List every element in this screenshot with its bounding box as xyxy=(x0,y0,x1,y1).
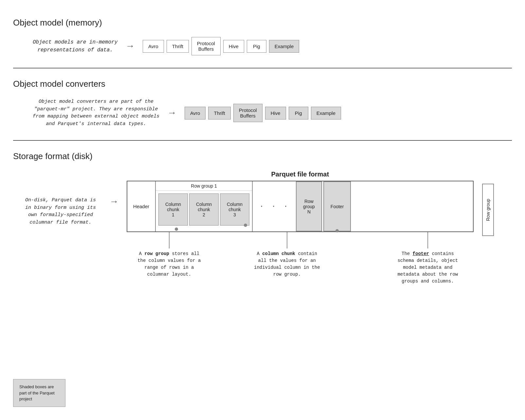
box-thrift-1: Thrift xyxy=(167,40,189,53)
annotation-text-row-group: A row group stores all the column values… xyxy=(135,250,204,278)
column-chunk-3: Columnchunk3 xyxy=(220,193,249,226)
box-hive-2: Hive xyxy=(265,107,286,119)
section-object-model-converters: Object model converters Object model con… xyxy=(13,71,512,137)
row-group-side-label: Row group xyxy=(482,184,494,236)
parquet-diagram: Parquet file format Header Row group 1 C… xyxy=(127,171,474,285)
row-group-1-bottom xyxy=(156,228,252,231)
connector-dot-1 xyxy=(244,224,247,227)
section1-content-row: Object models are in-memoryrepresentatio… xyxy=(13,34,512,59)
connector-line-1 xyxy=(169,232,170,248)
box-hive-1: Hive xyxy=(223,40,244,53)
section-storage-format: Storage format (disk) On-disk, Parquet d… xyxy=(13,143,512,295)
file-format-container: Header Row group 1 Columnchunk1 Columnch… xyxy=(127,181,474,232)
section2-arrow: → xyxy=(169,108,175,118)
box-pig-1: Pig xyxy=(247,40,266,53)
section1-arrow: → xyxy=(127,41,133,51)
section1-description: Object models are in-memoryrepresentatio… xyxy=(33,38,118,54)
row-group-n-box: RowgroupN xyxy=(296,181,322,231)
box-avro-1: Avro xyxy=(143,40,164,53)
annotation-column-chunk: A column chunk contain all the values fo… xyxy=(244,232,330,278)
section1-boxes: Avro Thrift ProtocolBuffers Hive Pig Exa… xyxy=(143,37,299,55)
row-group-1-label: Row group 1 xyxy=(156,181,252,191)
row-group-1-box: Row group 1 Columnchunk1 Columnchunk2 Co… xyxy=(156,181,253,231)
box-example-2: Example xyxy=(311,107,341,119)
box-pig-2: Pig xyxy=(289,107,308,119)
header-box: Header xyxy=(127,181,156,231)
section2-boxes: Avro Thrift ProtocolBuffers Hive Pig Exa… xyxy=(185,104,341,122)
section3-content-row: On-disk, Parquet data is in binary form … xyxy=(13,167,512,288)
box-avro-2: Avro xyxy=(185,107,206,119)
legend-box: Shaded boxes are part of the Parquet pro… xyxy=(13,379,65,407)
column-chunk-2: Columnchunk2 xyxy=(189,193,219,226)
divider-2 xyxy=(13,140,512,141)
connector-line-3 xyxy=(427,232,428,248)
annotation-text-footer: The footer contains schema details, obje… xyxy=(393,250,462,285)
chunks-container: Columnchunk1 Columnchunk2 Columnchunk3 xyxy=(156,191,252,228)
annotation-text-column-chunk: A column chunk contain all the values fo… xyxy=(253,250,321,278)
column-chunk-1: Columnchunk1 xyxy=(158,193,188,226)
section3-description: On-disk, Parquet data is in binary form … xyxy=(20,197,101,226)
legend-text: Shaded boxes are part of the Parquet pro… xyxy=(19,384,55,401)
section2-content-row: Object model converters are part of the … xyxy=(13,95,512,131)
section2-title: Object model converters xyxy=(13,79,512,89)
section3-title: Storage format (disk) xyxy=(13,151,512,161)
annotation-footer: The footer contains schema details, obje… xyxy=(382,232,474,285)
section2-description: Object model converters are part of the … xyxy=(33,98,159,128)
annotation-row-group: A row group stores all the column values… xyxy=(127,232,212,278)
box-example-1: Example xyxy=(269,40,299,53)
connector-dot-2 xyxy=(175,228,178,231)
connector-line-2 xyxy=(287,232,287,248)
box-protocol-buffers-2: ProtocolBuffers xyxy=(233,104,262,122)
box-protocol-buffers-1: ProtocolBuffers xyxy=(191,37,221,55)
right-section: RowgroupN Footer xyxy=(296,181,351,231)
dots-separator: · · · xyxy=(253,181,296,231)
diagram-title: Parquet file format xyxy=(127,171,474,178)
annotations-container: A row group stores all the column values… xyxy=(127,232,474,285)
footer-box: Footer xyxy=(323,181,351,231)
box-thrift-2: Thrift xyxy=(208,107,230,119)
section3-arrow: → xyxy=(111,197,117,207)
connector-dot-3 xyxy=(335,229,339,232)
section-object-model-memory: Object model (memory) Object models are … xyxy=(13,10,512,65)
section1-title: Object model (memory) xyxy=(13,18,512,28)
divider-1 xyxy=(13,68,512,68)
